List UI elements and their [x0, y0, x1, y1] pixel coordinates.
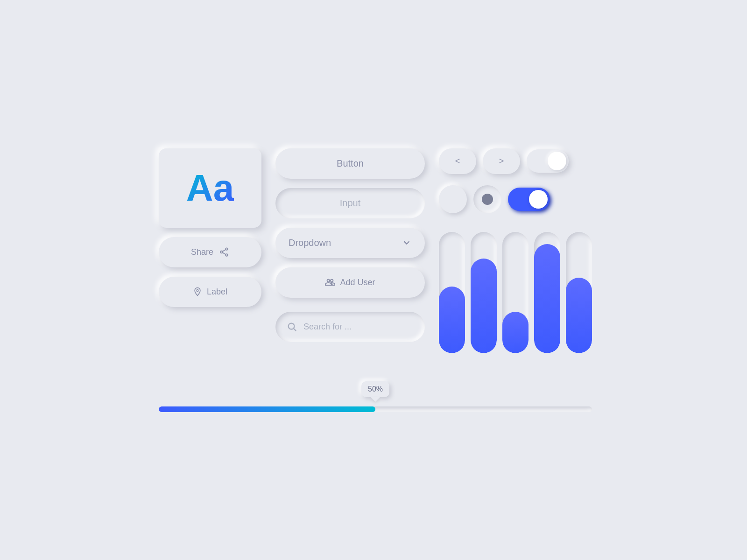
bar-3: [502, 232, 529, 353]
bar-1: [439, 232, 465, 353]
bar-4: [534, 232, 560, 353]
bar-fill-2: [471, 259, 497, 353]
share-button[interactable]: Share: [159, 237, 261, 267]
bar-fill-1: [439, 287, 465, 353]
slider-fill: [159, 406, 375, 412]
bar-2: [471, 232, 497, 353]
middle-column: Button Input Dropdown Add User: [275, 148, 425, 342]
bar-chart: [439, 227, 592, 358]
toggle-thumb-on: [529, 190, 548, 209]
dropdown-button[interactable]: Dropdown: [275, 228, 425, 258]
bar-fill-3: [502, 312, 529, 353]
prev-icon: <: [455, 156, 460, 166]
radio-unselected[interactable]: [439, 185, 467, 213]
prev-button[interactable]: <: [439, 148, 476, 174]
bottom-section: 50%: [159, 381, 592, 412]
search-icon: [287, 322, 297, 332]
left-column: Aa Share Label: [159, 148, 261, 307]
svg-point-2: [226, 254, 228, 256]
label-text: Label: [207, 287, 227, 297]
search-placeholder: Search for ...: [303, 322, 352, 332]
dropdown-label: Dropdown: [289, 238, 331, 248]
input-label: Input: [340, 198, 360, 209]
app-container: Aa Share Label Button: [140, 120, 607, 440]
main-button[interactable]: Button: [275, 148, 425, 179]
slider-track[interactable]: [159, 406, 592, 412]
share-label: Share: [191, 247, 213, 257]
svg-line-7: [294, 329, 296, 331]
add-user-label: Add User: [340, 278, 375, 287]
bar-fill-4: [534, 244, 560, 353]
toggle-on[interactable]: [508, 188, 550, 211]
input-field[interactable]: Input: [275, 188, 425, 218]
radio-row: [439, 185, 592, 213]
main-grid: Aa Share Label Button: [159, 148, 588, 412]
radio-selected[interactable]: [473, 185, 501, 213]
next-icon: >: [499, 156, 504, 166]
add-user-button[interactable]: Add User: [275, 267, 425, 298]
location-icon: [193, 287, 202, 296]
typography-card: Aa: [159, 148, 261, 228]
search-bar[interactable]: Search for ...: [275, 312, 425, 342]
label-button[interactable]: Label: [159, 277, 261, 307]
nav-row: < >: [439, 148, 592, 174]
right-column: < >: [439, 148, 592, 358]
svg-point-6: [289, 323, 295, 329]
slider-tooltip-wrapper: 50%: [159, 381, 592, 401]
bar-5: [566, 232, 592, 353]
radio-dot: [482, 194, 493, 205]
svg-line-4: [223, 250, 226, 252]
button-label: Button: [337, 158, 364, 169]
bar-fill-5: [566, 278, 592, 353]
add-user-icon: [325, 277, 335, 287]
svg-point-5: [197, 289, 198, 291]
slider-tooltip: 50%: [361, 381, 389, 397]
svg-point-1: [220, 251, 223, 253]
typography-display: Aa: [186, 167, 234, 210]
slider-section: 50%: [159, 381, 592, 412]
chevron-down-icon: [402, 238, 412, 248]
share-icon: [219, 247, 229, 257]
toggle-thumb-off: [548, 152, 566, 170]
next-button[interactable]: >: [483, 148, 520, 174]
svg-point-0: [226, 248, 228, 250]
svg-line-3: [223, 252, 226, 254]
controls-row: < >: [439, 148, 592, 213]
toggle-off[interactable]: [527, 149, 569, 173]
